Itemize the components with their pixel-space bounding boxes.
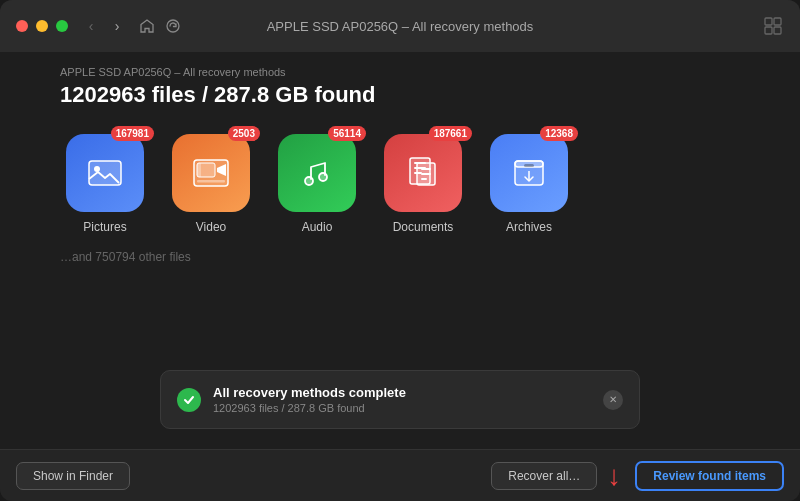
recovery-button[interactable] xyxy=(162,15,184,37)
documents-label: Documents xyxy=(393,220,454,234)
close-button[interactable] xyxy=(16,20,28,32)
svg-point-0 xyxy=(167,20,179,32)
svg-rect-21 xyxy=(421,178,427,180)
audio-label: Audio xyxy=(302,220,333,234)
main-window: ‹ › APPLE SSD AP0256Q – All recovery met… xyxy=(0,0,800,501)
notification-text: All recovery methods complete 1202963 fi… xyxy=(213,385,591,414)
svg-rect-2 xyxy=(774,18,781,25)
audio-card[interactable]: 56114 Audio xyxy=(272,134,362,234)
video-badge: 2503 xyxy=(228,126,260,141)
review-found-items-button[interactable]: Review found items xyxy=(635,461,784,491)
breadcrumb-bar: APPLE SSD AP0256Q – All recovery methods… xyxy=(0,52,800,114)
documents-card[interactable]: 187661 Documents xyxy=(378,134,468,234)
audio-badge: 56114 xyxy=(328,126,366,141)
notification-close-button[interactable]: ✕ xyxy=(603,390,623,410)
nav-buttons: ‹ › xyxy=(80,15,128,37)
page-title: 1202963 files / 287.8 GB found xyxy=(60,82,740,108)
svg-rect-3 xyxy=(765,27,772,34)
svg-point-13 xyxy=(319,173,327,181)
show-in-finder-button[interactable]: Show in Finder xyxy=(16,462,130,490)
maximize-button[interactable] xyxy=(56,20,68,32)
pictures-label: Pictures xyxy=(83,220,126,234)
arrow-icon: ↓ xyxy=(607,460,621,492)
window-title: APPLE SSD AP0256Q – All recovery methods xyxy=(267,19,534,34)
video-card[interactable]: 2503 Video xyxy=(166,134,256,234)
back-button[interactable]: ‹ xyxy=(80,15,102,37)
bottom-right-actions: Recover all… ↓ Review found items xyxy=(491,460,784,492)
titlebar: ‹ › APPLE SSD AP0256Q – All recovery met… xyxy=(0,0,800,52)
archives-label: Archives xyxy=(506,220,552,234)
archives-card[interactable]: 12368 Archives xyxy=(484,134,574,234)
home-button[interactable] xyxy=(136,15,158,37)
svg-point-7 xyxy=(94,166,100,172)
svg-rect-4 xyxy=(774,27,781,34)
content-area: 167981 Pictures 2503 xyxy=(0,114,800,449)
svg-point-12 xyxy=(305,177,313,185)
svg-rect-19 xyxy=(421,168,431,170)
notification-subtitle: 1202963 files / 287.8 GB found xyxy=(213,402,591,414)
check-icon xyxy=(177,388,201,412)
pictures-card[interactable]: 167981 Pictures xyxy=(60,134,150,234)
svg-rect-1 xyxy=(765,18,772,25)
notification-bar: All recovery methods complete 1202963 fi… xyxy=(160,370,640,429)
other-files-text: …and 750794 other files xyxy=(60,250,740,264)
svg-rect-10 xyxy=(197,180,225,183)
documents-badge: 187661 xyxy=(429,126,472,141)
notification-title: All recovery methods complete xyxy=(213,385,591,400)
traffic-lights xyxy=(16,20,68,32)
svg-rect-24 xyxy=(524,164,534,167)
recover-all-button[interactable]: Recover all… xyxy=(491,462,597,490)
breadcrumb: APPLE SSD AP0256Q – All recovery methods xyxy=(60,66,740,78)
titlebar-right xyxy=(762,15,784,37)
archives-badge: 12368 xyxy=(540,126,578,141)
video-label: Video xyxy=(196,220,226,234)
pictures-badge: 167981 xyxy=(111,126,154,141)
forward-button[interactable]: › xyxy=(106,15,128,37)
svg-rect-11 xyxy=(197,163,201,177)
view-toggle-icon[interactable] xyxy=(762,15,784,37)
svg-rect-20 xyxy=(421,173,431,175)
bottom-bar: Show in Finder Recover all… ↓ Review fou… xyxy=(0,449,800,501)
file-type-cards: 167981 Pictures 2503 xyxy=(60,134,740,234)
minimize-button[interactable] xyxy=(36,20,48,32)
